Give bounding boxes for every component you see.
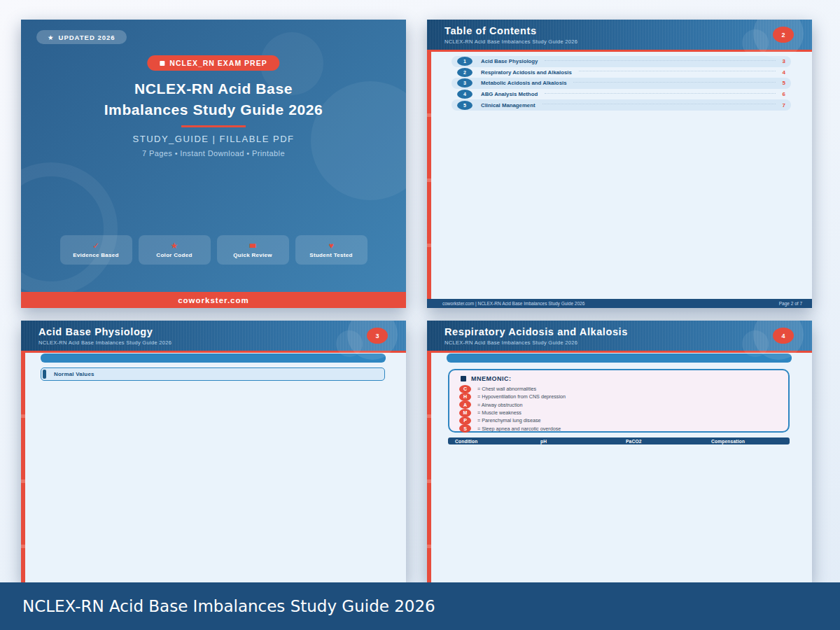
- mnemonic-item: A = Airway obstruction: [459, 401, 788, 409]
- toc-number-badge: 2: [457, 68, 472, 77]
- physiology-page-thumbnail[interactable]: Acid Base Physiology NCLEX-RN Acid Base …: [21, 321, 406, 582]
- square-icon: [160, 61, 164, 66]
- toc-page-thumbnail[interactable]: Table of Contents NCLEX-RN Acid Base Imb…: [427, 20, 812, 308]
- table-header-ph: pH: [533, 439, 619, 444]
- mnemonic-title-label: MNEMONIC:: [471, 375, 512, 382]
- dot-leader: [573, 82, 775, 83]
- toc-row[interactable]: 4 ABG Analysis Method 6: [451, 89, 791, 100]
- app-footer-bar: NCLEX-RN Acid Base Imbalances Study Guid…: [0, 582, 840, 630]
- mnemonic-text: = Airway obstruction: [477, 402, 523, 408]
- dot-leader: [542, 104, 776, 104]
- cover-title-line2: Imbalances Study Guide 2026: [21, 99, 406, 120]
- mnemonic-item: M = Muscle weakness: [459, 409, 788, 416]
- respiratory-page-thumbnail[interactable]: Respiratory Acidosis and Alkalosis NCLEX…: [427, 321, 812, 582]
- cover-title-line1: NCLEX-RN Acid Base: [21, 78, 406, 99]
- mnemonic-text: = Hypoventilation from CNS depression: [477, 393, 566, 400]
- letter-badge: S: [459, 424, 471, 433]
- cover-page-thumbnail[interactable]: ★ UPDATED 2026 NCLEX_RN EXAM PREP NCLEX-…: [21, 20, 406, 308]
- table-header-paco2: PaCO2: [619, 439, 704, 444]
- table-header-condition: Condition: [448, 439, 533, 444]
- exam-prep-pill: NCLEX_RN EXAM PREP: [147, 55, 279, 71]
- toc-label: ABG Analysis Method: [481, 91, 538, 97]
- toc-row[interactable]: 2 Respiratory Acidosis and Alkalosis 4: [451, 67, 791, 78]
- letter-badge: P: [459, 416, 471, 425]
- updated-badge-label: UPDATED 2026: [59, 34, 115, 41]
- feature-label: Quick Review: [233, 252, 272, 258]
- page-footer-left: coworkster.com | NCLEX-RN Acid Base Imba…: [442, 301, 584, 306]
- toc-number-badge: 4: [457, 90, 472, 99]
- toc-label: Respiratory Acidosis and Alkalosis: [481, 69, 572, 76]
- section-bar: [41, 354, 386, 363]
- cover-meta: 7 Pages • Instant Download • Printable: [21, 149, 406, 158]
- star-icon: ★: [48, 34, 55, 41]
- decorative-circle: [742, 29, 769, 56]
- app-footer-title: NCLEX-RN Acid Base Imbalances Study Guid…: [22, 597, 435, 615]
- page-edge-stripe: [427, 353, 431, 582]
- toc-row[interactable]: 1 Acid Base Physiology 3: [451, 56, 791, 67]
- normal-values-box: Normal Values: [41, 368, 385, 381]
- feature-quick-review: ■ Quick Review: [217, 235, 289, 265]
- check-icon: ✓: [92, 241, 99, 250]
- toc-number-badge: 3: [457, 78, 472, 88]
- feature-evidence-based: ✓ Evidence Based: [60, 235, 132, 265]
- rectangle-icon: ■: [249, 241, 257, 250]
- feature-label: Color Coded: [156, 252, 192, 258]
- page-header: Table of Contents NCLEX-RN Acid Base Imb…: [427, 20, 812, 52]
- mnemonic-item: P = Parenchymal lung disease: [459, 416, 788, 424]
- toc-page-number: 6: [783, 91, 785, 97]
- page-header: Respiratory Acidosis and Alkalosis NCLEX…: [427, 321, 812, 353]
- table-header-row: Condition pH PaCO2 Compensation: [448, 438, 790, 444]
- table-header-compensation: Compensation: [704, 439, 790, 444]
- mnemonic-title: MNEMONIC:: [461, 375, 788, 382]
- page-footer-right: Page 2 of 7: [779, 301, 802, 306]
- page-number-badge: 2: [773, 27, 794, 43]
- toc-page-number: 3: [783, 58, 785, 64]
- toc-page-number: 5: [783, 80, 785, 86]
- toc-label: Clinical Management: [481, 102, 536, 108]
- page-number-badge: 3: [367, 328, 388, 344]
- dot-leader: [579, 71, 776, 71]
- mnemonic-box: MNEMONIC: C = Chest wall abnormalities H…: [448, 369, 790, 433]
- page-subtitle: NCLEX-RN Acid Base Imbalances Study Guid…: [444, 340, 578, 346]
- page-header: Acid Base Physiology NCLEX-RN Acid Base …: [21, 321, 406, 353]
- square-icon: [461, 376, 466, 382]
- toc-number-badge: 1: [457, 57, 472, 66]
- mnemonic-text: = Sleep apnea and narcotic overdose: [477, 426, 561, 432]
- mnemonic-text: = Muscle weakness: [477, 410, 522, 416]
- dot-leader: [545, 93, 775, 94]
- updated-badge: ★ UPDATED 2026: [36, 30, 127, 44]
- mnemonic-item: H = Hypoventilation from CNS depression: [459, 393, 788, 400]
- toc-row[interactable]: 5 Clinical Management 7: [451, 99, 791, 111]
- cover-title: NCLEX-RN Acid Base Imbalances Study Guid…: [21, 78, 406, 120]
- toc-number-badge: 5: [457, 101, 472, 110]
- page-title: Acid Base Physiology: [38, 326, 153, 337]
- page-title: Respiratory Acidosis and Alkalosis: [444, 326, 628, 337]
- letter-badge: A: [459, 400, 471, 409]
- feature-label: Evidence Based: [73, 252, 119, 258]
- divider: [181, 125, 246, 127]
- page-subtitle: NCLEX-RN Acid Base Imbalances Study Guid…: [444, 38, 578, 45]
- toc-page-number: 4: [783, 69, 785, 76]
- mnemonic-text: = Parenchymal lung disease: [477, 417, 541, 424]
- feature-badges-row: ✓ Evidence Based ★ Color Coded ■ Quick R…: [21, 235, 406, 265]
- page-title: Table of Contents: [444, 25, 537, 36]
- letter-badge: M: [459, 409, 471, 417]
- toc-label: Metabolic Acidosis and Alkalosis: [481, 80, 566, 86]
- feature-label: Student Tested: [309, 252, 352, 258]
- page-subtitle: NCLEX-RN Acid Base Imbalances Study Guid…: [38, 340, 172, 346]
- star-icon: ★: [171, 241, 178, 250]
- page-number-badge: 4: [773, 328, 794, 344]
- toc-label: Acid Base Physiology: [481, 58, 538, 64]
- normal-values-label: Normal Values: [54, 371, 94, 377]
- mnemonic-item: C = Chest wall abnormalities: [459, 385, 788, 393]
- mnemonic-item: S = Sleep apnea and narcotic overdose: [459, 424, 788, 432]
- dot-leader: [545, 60, 775, 61]
- toc-page-number: 7: [783, 102, 785, 108]
- mnemonic-text: = Chest wall abnormalities: [477, 386, 536, 392]
- cover-footer-website: coworkster.com: [21, 292, 406, 308]
- feature-student-tested: ♥ Student Tested: [295, 235, 368, 265]
- section-bar: [447, 354, 792, 363]
- page-edge-stripe: [21, 353, 25, 582]
- toc-row[interactable]: 3 Metabolic Acidosis and Alkalosis 5: [451, 78, 791, 89]
- feature-color-coded: ★ Color Coded: [139, 235, 211, 265]
